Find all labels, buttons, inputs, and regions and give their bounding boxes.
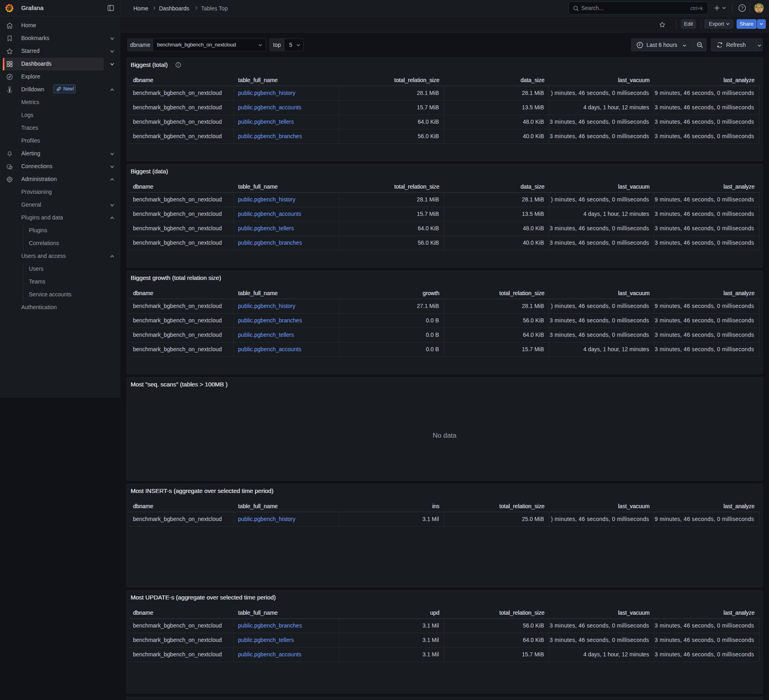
svg-text:?: ?: [741, 6, 743, 10]
